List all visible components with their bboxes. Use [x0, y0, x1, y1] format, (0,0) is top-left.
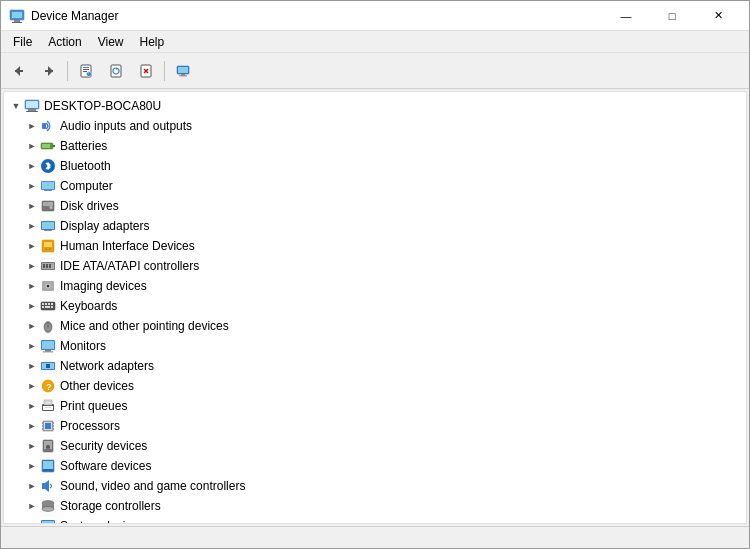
- list-item[interactable]: ► ? Other devices: [4, 376, 746, 396]
- list-item[interactable]: ► Network adapters: [4, 356, 746, 376]
- item-chevron[interactable]: ►: [24, 458, 40, 474]
- item-chevron[interactable]: ►: [24, 238, 40, 254]
- list-item[interactable]: ► System devices: [4, 516, 746, 524]
- svg-point-53: [47, 285, 50, 288]
- svg-rect-9: [83, 67, 89, 68]
- list-item[interactable]: ► Display adapters: [4, 216, 746, 236]
- display-adapter-icon: [40, 218, 56, 234]
- list-item[interactable]: ► Software devices: [4, 456, 746, 476]
- item-chevron[interactable]: ►: [24, 338, 40, 354]
- device-tree-content[interactable]: ▼ DESKTOP-BOCA80U ►: [3, 91, 747, 524]
- menu-help[interactable]: Help: [132, 33, 173, 51]
- list-item[interactable]: ► Audio inputs and outputs: [4, 116, 746, 136]
- root-chevron[interactable]: ▼: [8, 98, 24, 114]
- item-label: Batteries: [60, 139, 107, 153]
- svg-rect-71: [46, 364, 50, 368]
- item-label: Other devices: [60, 379, 134, 393]
- list-item[interactable]: ► Computer: [4, 176, 746, 196]
- item-chevron[interactable]: ►: [24, 198, 40, 214]
- item-chevron[interactable]: ►: [24, 398, 40, 414]
- back-icon: [12, 64, 26, 78]
- display-icon: [176, 64, 190, 78]
- list-item[interactable]: ► Sound, video and game controllers: [4, 476, 746, 496]
- svg-point-89: [46, 445, 50, 449]
- maximize-button[interactable]: □: [649, 1, 695, 31]
- device-tree: ▼ DESKTOP-BOCA80U ►: [4, 92, 746, 524]
- item-chevron[interactable]: ►: [24, 298, 40, 314]
- item-chevron[interactable]: ►: [24, 178, 40, 194]
- monitor-icon: [40, 338, 56, 354]
- list-item[interactable]: ► Disk drives: [4, 196, 746, 216]
- item-label: Storage controllers: [60, 499, 161, 513]
- menu-bar: File Action View Help: [1, 31, 749, 53]
- list-item[interactable]: ► Batteries: [4, 136, 746, 156]
- menu-view[interactable]: View: [90, 33, 132, 51]
- svg-rect-59: [42, 306, 44, 308]
- item-chevron[interactable]: ►: [24, 378, 40, 394]
- list-item[interactable]: ► IDE ATA/ATAPI controllers: [4, 256, 746, 276]
- item-chevron[interactable]: ►: [24, 358, 40, 374]
- svg-rect-57: [48, 303, 50, 305]
- list-item[interactable]: ► Processors: [4, 416, 746, 436]
- item-label: Bluetooth: [60, 159, 111, 173]
- item-label: System devices: [60, 519, 144, 524]
- update-button[interactable]: [102, 58, 130, 84]
- svg-rect-50: [49, 264, 51, 268]
- list-item[interactable]: ► Monitors: [4, 336, 746, 356]
- print-icon: [40, 398, 56, 414]
- item-chevron[interactable]: ►: [24, 478, 40, 494]
- svg-rect-77: [45, 407, 51, 408]
- close-button[interactable]: ✕: [695, 1, 741, 31]
- list-item[interactable]: ► Security devices: [4, 436, 746, 456]
- list-item[interactable]: ► Imaging devices: [4, 276, 746, 296]
- item-chevron[interactable]: ►: [24, 318, 40, 334]
- display-button[interactable]: [169, 58, 197, 84]
- item-label: Audio inputs and outputs: [60, 119, 192, 133]
- item-chevron[interactable]: ►: [24, 418, 40, 434]
- svg-rect-11: [83, 71, 87, 72]
- tree-root[interactable]: ▼ DESKTOP-BOCA80U: [4, 96, 746, 116]
- list-item[interactable]: ► Human Interface Devices: [4, 236, 746, 256]
- list-item[interactable]: ► Bluetooth: [4, 156, 746, 176]
- uninstall-button[interactable]: [132, 58, 160, 84]
- svg-rect-60: [45, 306, 50, 308]
- svg-rect-55: [42, 303, 44, 305]
- item-chevron[interactable]: ►: [24, 118, 40, 134]
- item-chevron[interactable]: ►: [24, 518, 40, 524]
- properties-button[interactable]: !: [72, 58, 100, 84]
- forward-button[interactable]: [35, 58, 63, 84]
- svg-rect-25: [26, 101, 38, 108]
- list-item[interactable]: ► Keyboards: [4, 296, 746, 316]
- svg-rect-10: [83, 69, 89, 70]
- item-chevron[interactable]: ►: [24, 138, 40, 154]
- item-chevron[interactable]: ►: [24, 158, 40, 174]
- item-chevron[interactable]: ►: [24, 218, 40, 234]
- svg-rect-27: [26, 111, 38, 112]
- app-icon: [9, 8, 25, 24]
- back-button[interactable]: [5, 58, 33, 84]
- computer-icon: [24, 98, 40, 114]
- list-item[interactable]: ► Print queues: [4, 396, 746, 416]
- menu-action[interactable]: Action: [40, 33, 89, 51]
- toolbar: !: [1, 53, 749, 89]
- svg-rect-43: [44, 242, 52, 247]
- svg-rect-98: [42, 521, 54, 524]
- item-chevron[interactable]: ►: [24, 278, 40, 294]
- hid-icon: [40, 238, 56, 254]
- forward-icon: [42, 64, 56, 78]
- window-title: Device Manager: [31, 9, 603, 23]
- uninstall-icon: [139, 64, 153, 78]
- list-item[interactable]: ► Mice and other pointing devices: [4, 316, 746, 336]
- item-chevron[interactable]: ►: [24, 438, 40, 454]
- item-chevron[interactable]: ►: [24, 258, 40, 274]
- item-chevron[interactable]: ►: [24, 498, 40, 514]
- svg-rect-26: [28, 109, 36, 111]
- menu-file[interactable]: File: [5, 33, 40, 51]
- status-bar: [1, 526, 749, 548]
- minimize-button[interactable]: —: [603, 1, 649, 31]
- svg-rect-61: [51, 306, 53, 308]
- list-item[interactable]: ► Storage controllers: [4, 496, 746, 516]
- processor-icon: [40, 418, 56, 434]
- svg-rect-66: [42, 341, 54, 349]
- svg-rect-80: [45, 423, 51, 429]
